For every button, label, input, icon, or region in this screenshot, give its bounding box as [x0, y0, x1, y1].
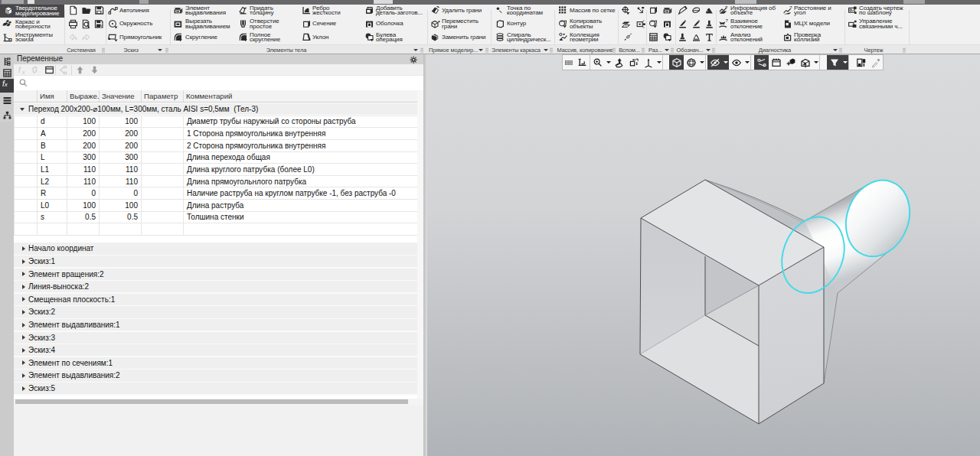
svg-text:x: x: [21, 70, 25, 75]
svg-text:?: ?: [789, 5, 792, 10]
svg-text:f: f: [18, 66, 21, 74]
svg-text:?: ?: [725, 5, 728, 10]
svg-text:?: ?: [725, 19, 728, 23]
